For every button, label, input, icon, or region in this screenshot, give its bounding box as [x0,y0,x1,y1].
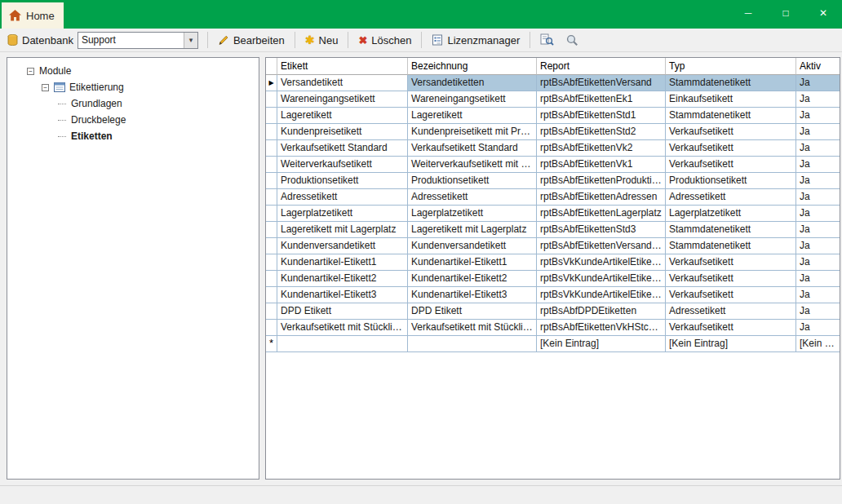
cell-report[interactable]: rptBsAbfDPDEtiketten [537,303,666,320]
cell-aktiv[interactable]: [Kein Eintrag] [796,336,840,352]
cell-typ[interactable]: Verkaufsetikett [666,320,796,336]
row-indicator[interactable] [266,157,277,173]
row-indicator[interactable] [266,91,277,108]
cell-etikett[interactable]: Lageretikett mit Lagerplatz [277,222,408,238]
cell-bezeichnung[interactable]: Lageretikett [408,108,537,124]
cell-typ[interactable]: Adressetikett [666,303,796,320]
cell-report[interactable]: rptBsAbfEtikettenVk2 [537,140,666,157]
table-row[interactable]: Verkaufsetikett mit StücklisteVerkaufset… [266,320,840,336]
table-row[interactable]: WareneingangsetikettWareneingangsetikett… [266,91,840,108]
close-button[interactable]: ✕ [804,0,842,26]
cell-report[interactable]: rptBsAbfEtikettenStd3 [537,222,666,238]
cell-etikett[interactable]: Lagerplatzetikett [277,206,408,222]
cell-typ[interactable]: Einkaufsetikett [666,91,796,108]
cell-typ[interactable]: Stammdatenetikett [666,238,796,254]
row-indicator[interactable] [266,320,277,336]
minimize-button[interactable]: ─ [729,0,767,26]
row-indicator[interactable] [266,124,277,140]
cell-typ[interactable]: Verkaufsetikett [666,140,796,157]
cell-aktiv[interactable]: Ja [796,222,840,238]
cell-bezeichnung[interactable]: Kundenpreisetikett mit Preisru... [408,124,537,140]
cell-typ[interactable]: Adressetikett [666,189,796,206]
cell-bezeichnung[interactable]: Wareneingangsetikett [408,91,537,108]
column-header-typ[interactable]: Typ [666,58,796,75]
column-header-aktiv[interactable]: Aktiv [796,58,840,75]
table-row[interactable]: KundenpreisetikettKundenpreisetikett mit… [266,124,840,140]
cell-typ[interactable]: Lagerplatzetikett [666,206,796,222]
datenbank-combobox[interactable]: Support ▾ [78,32,198,49]
cell-aktiv[interactable]: Ja [796,75,840,91]
collapse-icon[interactable]: − [42,84,49,91]
cell-etikett[interactable]: Adressetikett [277,189,408,206]
tree-item-module-label[interactable]: Module [39,65,71,77]
row-indicator[interactable] [266,206,277,222]
cell-report[interactable]: rptBsAbfEtikettenVkHStckListe [537,320,666,336]
tree-item-module[interactable]: − Module [7,63,259,79]
tree-item-etikettierung-label[interactable]: Etikettierung [69,82,124,93]
loeschen-button[interactable]: ✖ Löschen [355,33,414,48]
cell-etikett[interactable]: DPD Etikett [277,303,408,320]
table-row[interactable]: ▶VersandetikettVersandetikettenrptBsAbfE… [266,75,840,91]
cell-report[interactable]: rptBsAbfEtikettenLagerplatz [537,206,666,222]
cell-report[interactable]: rptBsAbfEtikettenVersandKun... [537,238,666,254]
dropdown-arrow-icon[interactable]: ▾ [184,33,197,48]
cell-aktiv[interactable]: Ja [796,189,840,206]
cell-aktiv[interactable]: Ja [796,91,840,108]
cell-bezeichnung[interactable]: Kundenversandetikett [408,238,537,254]
cell-report[interactable]: rptBsAbfEtikettenVk1 [537,157,666,173]
table-row[interactable]: WeiterverkaufsetikettWeiterverkaufsetike… [266,157,840,173]
cell-etikett[interactable]: Kundenartikel-Etikett1 [277,254,408,271]
cell-bezeichnung[interactable]: Adressetikett [408,189,537,206]
cell-bezeichnung[interactable]: Lagerplatzetikett [408,206,537,222]
tree-item-etiketten-label[interactable]: Etiketten [71,130,113,142]
preview-search-button[interactable] [537,31,557,49]
tree-item-etiketten[interactable]: Etiketten [7,128,259,144]
table-row[interactable]: LagerplatzetikettLagerplatzetikettrptBsA… [266,206,840,222]
cell-typ[interactable]: Stammdatenetikett [666,108,796,124]
cell-bezeichnung[interactable]: Verkaufsetikett Standard [408,140,537,157]
new-row-indicator[interactable]: * [266,336,277,352]
cell-bezeichnung[interactable]: Produktionsetikett [408,173,537,189]
neu-button[interactable]: ✱ Neu [302,32,342,48]
cell-etikett[interactable]: Kundenartikel-Etikett3 [277,287,408,303]
cell-etikett[interactable]: Kundenversandetikett [277,238,408,254]
row-indicator[interactable] [266,140,277,157]
cell-etikett[interactable]: Produktionsetikett [277,173,408,189]
cell-aktiv[interactable]: Ja [796,140,840,157]
cell-report[interactable]: rptBsAbfEtikettenAdressen [537,189,666,206]
table-row[interactable]: Lageretikett mit LagerplatzLageretikett … [266,222,840,238]
column-header-report[interactable]: Report [537,58,666,75]
cell-typ[interactable]: Verkaufsetikett [666,287,796,303]
cell-etikett[interactable]: Kundenartikel-Etikett2 [277,271,408,287]
cell-etikett[interactable]: Lageretikett [277,108,408,124]
row-indicator[interactable] [266,222,277,238]
column-header-bezeichnung[interactable]: Bezeichnung [408,58,537,75]
cell-etikett[interactable]: Verkaufsetikett Standard [277,140,408,157]
table-row[interactable]: DPD EtikettDPD EtikettrptBsAbfDPDEtikett… [266,303,840,320]
row-indicator[interactable] [266,238,277,254]
cell-typ[interactable]: Stammdatenetikett [666,75,796,91]
cell-typ[interactable]: Verkaufsetikett [666,271,796,287]
tab-home[interactable]: Home [2,2,64,29]
table-row[interactable]: KundenversandetikettKundenversandetikett… [266,238,840,254]
cell-typ[interactable]: Verkaufsetikett [666,124,796,140]
tree-item-druckbelege[interactable]: Druckbelege [7,112,259,128]
cell-aktiv[interactable]: Ja [796,238,840,254]
cell-typ[interactable]: [Kein Eintrag] [666,336,796,352]
cell-typ[interactable]: Produktionsetikett [666,173,796,189]
cell-aktiv[interactable]: Ja [796,287,840,303]
tree-item-etikettierung[interactable]: − Etikettierung [7,79,259,95]
tree-item-druckbelege-label[interactable]: Druckbelege [71,114,126,126]
cell-etikett[interactable]: Wareneingangsetikett [277,91,408,108]
cell-bezeichnung[interactable]: Kundenartikel-Etikett1 [408,254,537,271]
cell-etikett[interactable]: Verkaufsetikett mit Stückliste [277,320,408,336]
cell-report[interactable]: [Kein Eintrag] [537,336,666,352]
cell-etikett[interactable]: Versandetikett [277,75,408,91]
cell-bezeichnung[interactable]: Kundenartikel-Etikett2 [408,271,537,287]
cell-typ[interactable]: Verkaufsetikett [666,254,796,271]
cell-bezeichnung[interactable]: Verkaufsetikett mit Stückliste [408,320,537,336]
table-row[interactable]: Kundenartikel-Etikett3Kundenartikel-Etik… [266,287,840,303]
column-header-etikett[interactable]: Etikett [277,58,408,75]
cell-aktiv[interactable]: Ja [796,173,840,189]
table-row[interactable]: Kundenartikel-Etikett1Kundenartikel-Etik… [266,254,840,271]
